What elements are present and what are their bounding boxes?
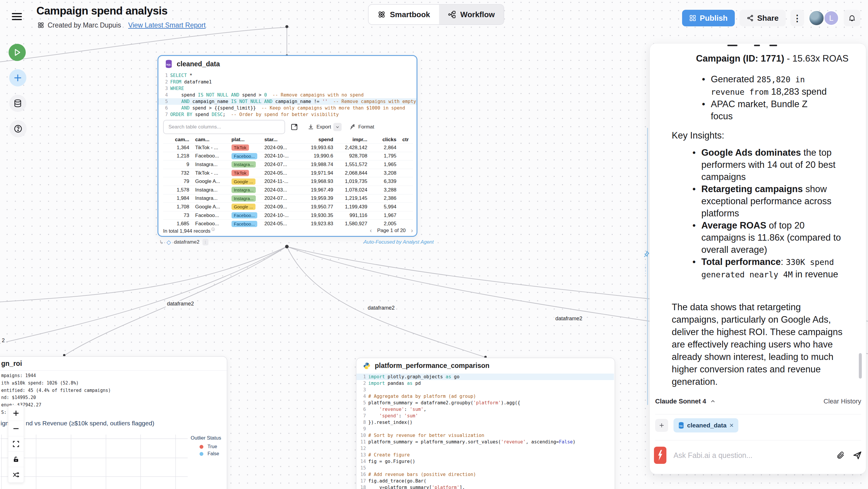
context-chip-label: cleaned_data bbox=[687, 422, 726, 429]
workflow-canvas[interactable]: dataframe2dataframe2dataframe22 Campaign… bbox=[0, 0, 868, 489]
view-smart-report-link[interactable]: View Latest Smart Report bbox=[128, 21, 206, 29]
fabi-logo bbox=[654, 447, 666, 464]
node-platform-performance-comparison[interactable]: platform_performance_comparison 1import … bbox=[356, 358, 615, 489]
clipped-text-remnant bbox=[754, 45, 760, 46]
legend-item[interactable]: False bbox=[199, 451, 219, 456]
chat-paragraph: The data shows that retargeting campaign… bbox=[672, 301, 849, 388]
chart-title-fragment-left: ign bbox=[1, 420, 9, 427]
tab-smartbook-label: Smartbook bbox=[390, 10, 430, 19]
auto-focus-note: Auto-Focused by Analyst Agent bbox=[364, 239, 434, 245]
scatter-plot[interactable] bbox=[1, 432, 193, 489]
panel-drag-handle-icon[interactable]: ::: bbox=[645, 264, 646, 274]
avatar-collaborator[interactable]: L bbox=[824, 10, 839, 26]
dataframe-diamond-icon: ◇ bbox=[166, 239, 171, 246]
format-label: Format bbox=[358, 124, 374, 130]
tab-workflow[interactable]: Workflow bbox=[439, 5, 504, 24]
table-row[interactable]: 79Google A...Google ...2024-11-...19,968… bbox=[163, 177, 413, 186]
add-node-button[interactable] bbox=[9, 69, 26, 86]
platform-badge: Google ... bbox=[231, 204, 255, 210]
add-context-button[interactable] bbox=[655, 419, 668, 432]
output-badge[interactable]: ⋮ bbox=[203, 239, 209, 245]
bell-icon bbox=[848, 14, 856, 22]
column-header[interactable]: cam... bbox=[192, 137, 228, 143]
view-toggle[interactable]: Smartbook Workflow bbox=[368, 4, 504, 25]
legend[interactable]: TrueFalse bbox=[199, 444, 219, 456]
table-row[interactable]: 9Instagra...Instagra...2024-07...19,988.… bbox=[163, 160, 413, 169]
table-row[interactable]: 1,708Google A...Google ...2024-09...19,9… bbox=[163, 203, 413, 211]
table-row[interactable]: 1,218Faceboo...Faceboo...2024-10-...19,9… bbox=[163, 152, 413, 160]
platform-badge: Instagra... bbox=[231, 195, 256, 202]
record-count: In total 1,944 records ⓘ bbox=[163, 227, 215, 234]
platform-badge: TikTok bbox=[231, 170, 249, 176]
python-code-editor[interactable]: 1import plotly.graph_objects as go2impor… bbox=[356, 373, 614, 489]
clear-history-button[interactable]: Clear History bbox=[824, 398, 861, 405]
kebab-icon: ⋮ bbox=[793, 13, 802, 23]
tab-smartbook[interactable]: Smartbook bbox=[369, 5, 439, 24]
node-title: platform_performance_comparison bbox=[375, 362, 489, 370]
column-header[interactable]: star... bbox=[261, 137, 297, 143]
column-header[interactable]: impr... bbox=[336, 137, 370, 143]
chat-bullet: •Google Ads dominates the top performers… bbox=[692, 147, 847, 183]
expand-table-icon[interactable] bbox=[290, 123, 298, 131]
model-label: Claude Sonnet 4 bbox=[655, 398, 706, 405]
chat-input[interactable]: Ask Fabi.ai a question... bbox=[674, 451, 829, 460]
search-table-columns-input[interactable]: Search table columns... bbox=[163, 120, 285, 134]
chat-bullet: •Retargeting campaigns show exceptional … bbox=[692, 183, 847, 219]
notifications-button[interactable] bbox=[844, 10, 860, 26]
column-header[interactable]: spend bbox=[297, 137, 336, 143]
sql-node-icon: SQL bbox=[165, 60, 173, 68]
pager-prev-icon[interactable]: ‹ bbox=[370, 227, 372, 234]
table-row[interactable]: 1,578Instagra...Instagra...2024-03...19,… bbox=[163, 186, 413, 194]
platform-badge: Faceboo... bbox=[231, 221, 257, 227]
table-row[interactable]: 73Faceboo...Faceboo...2024-10-...19,930.… bbox=[163, 211, 413, 220]
export-button[interactable]: Export bbox=[308, 123, 342, 131]
column-header[interactable]: ctr bbox=[399, 137, 413, 143]
export-chevron-icon[interactable] bbox=[333, 123, 342, 131]
shuffle-icon[interactable] bbox=[8, 467, 24, 483]
sql-code-editor[interactable]: 1⌄SELECT *2FROM dataframe13WHERE4 spend … bbox=[158, 72, 416, 118]
platform-badge: TikTok bbox=[231, 145, 249, 151]
menu-icon[interactable] bbox=[12, 11, 22, 20]
lock-axes-icon[interactable] bbox=[8, 452, 24, 467]
column-header[interactable]: clicks bbox=[370, 137, 399, 143]
smartbook-atom-icon bbox=[377, 10, 386, 19]
column-header[interactable]: plat... bbox=[228, 137, 261, 143]
remove-chip-icon[interactable]: × bbox=[730, 422, 734, 428]
node-campaign-roi[interactable]: gn_roi mpaigns: 1944ith ≥$10k spend: 102… bbox=[0, 356, 227, 489]
format-button[interactable]: Format bbox=[349, 124, 374, 130]
node-cleaned-data[interactable]: SQL cleaned_data 1⌄SELECT *2FROM datafra… bbox=[157, 55, 417, 237]
table-row[interactable]: 1,364TikTok - ...TikTok2024-09...19,993.… bbox=[163, 143, 413, 152]
ai-chat-panel[interactable]: Campaign (ID: 1771) - 15.63x ROAS •Gener… bbox=[650, 43, 866, 474]
model-selector[interactable]: Claude Sonnet 4 bbox=[655, 398, 716, 405]
platform-badge: Instagra... bbox=[231, 187, 256, 193]
run-workflow-button[interactable] bbox=[8, 44, 26, 61]
send-icon[interactable] bbox=[852, 450, 862, 460]
edge-label: dataframe2 bbox=[554, 315, 584, 322]
pager-label: Page 1 of 20 bbox=[377, 227, 406, 234]
attach-file-icon[interactable] bbox=[836, 451, 845, 460]
edge-label: dataframe2 bbox=[367, 305, 396, 311]
table-row[interactable]: 1,685Faceboo...Faceboo...2024-05...19,92… bbox=[163, 219, 413, 228]
sql-table-icon: SQL bbox=[678, 422, 684, 429]
avatar-user-photo[interactable] bbox=[809, 10, 824, 26]
publish-button[interactable]: Publish bbox=[682, 10, 735, 26]
table-row[interactable]: 732TikTok - ...TikTok2024-05...19,971.94… bbox=[163, 169, 413, 177]
column-header[interactable]: cam... bbox=[163, 137, 192, 143]
data-sources-button[interactable] bbox=[9, 95, 26, 112]
more-options-button[interactable]: ⋮ bbox=[790, 10, 804, 26]
panel-scrollbar[interactable] bbox=[859, 353, 862, 378]
svg-text:SQL: SQL bbox=[679, 425, 683, 427]
legend-item[interactable]: True bbox=[199, 444, 219, 449]
platform-badge: Faceboo... bbox=[231, 212, 257, 218]
table-row[interactable]: 1,984Instagra...Instagra...2024-07...19,… bbox=[163, 194, 413, 203]
autoscale-icon[interactable] bbox=[8, 436, 24, 452]
help-button[interactable] bbox=[9, 120, 27, 137]
share-button[interactable]: Share bbox=[740, 10, 786, 26]
pager-next-icon[interactable]: › bbox=[411, 227, 413, 234]
page-title: Campaign spend analysis bbox=[36, 5, 167, 17]
zoom-in-icon[interactable] bbox=[8, 405, 24, 421]
zoom-out-icon[interactable] bbox=[8, 421, 24, 436]
output-dataframe-label[interactable]: dataframe2 bbox=[174, 239, 199, 245]
context-chip-cleaned-data[interactable]: SQL cleaned_data × bbox=[674, 418, 738, 432]
plot-modebar[interactable] bbox=[8, 405, 24, 483]
